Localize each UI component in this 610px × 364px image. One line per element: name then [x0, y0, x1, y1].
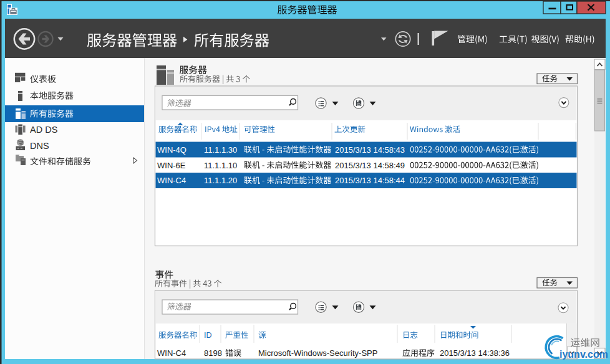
svg-text:DNS: DNS [30, 141, 49, 151]
svg-text:2015/3/13 14:58:44: 2015/3/13 14:58:44 [335, 176, 405, 185]
svg-text:2015/3/13 14:58:43: 2015/3/13 14:58:43 [335, 145, 405, 155]
svg-text:WIN-6E: WIN-6E [157, 161, 186, 170]
svg-text:AD DS: AD DS [30, 125, 57, 135]
svg-text:iyunv.com: iyunv.com [559, 349, 608, 360]
svg-text:WIN-C4: WIN-C4 [157, 176, 186, 185]
svg-text:2015/3/13 14:38:36: 2015/3/13 14:38:36 [440, 348, 510, 358]
svg-text:Microsoft-Windows-Security-SPP: Microsoft-Windows-Security-SPP [258, 348, 377, 358]
svg-text:WIN-4Q: WIN-4Q [157, 145, 186, 155]
svg-text:11.1.1.20: 11.1.1.20 [204, 176, 237, 185]
svg-text:11.1.1.30: 11.1.1.30 [204, 145, 237, 155]
svg-text:8198: 8198 [204, 348, 222, 358]
svg-text:2015/3/13 14:58:49: 2015/3/13 14:58:49 [335, 161, 405, 170]
svg-text:ID: ID [204, 331, 212, 340]
svg-text:WIN-C4: WIN-C4 [157, 348, 186, 358]
svg-text:11.1.1.10: 11.1.1.10 [204, 161, 237, 170]
